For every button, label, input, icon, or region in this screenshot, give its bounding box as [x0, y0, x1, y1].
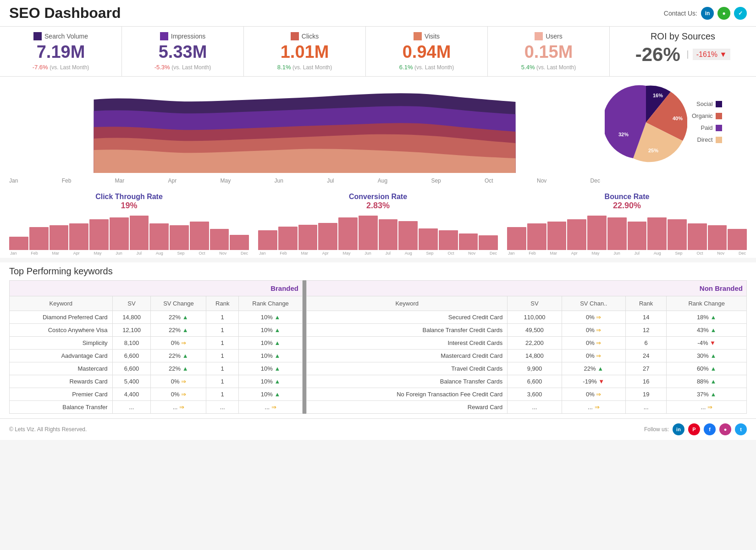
footer-linkedin-icon[interactable]: in: [673, 423, 684, 435]
search-volume-change: -7.6% (vs. Last Month): [9, 64, 112, 71]
bar: [728, 229, 747, 250]
bar: [628, 222, 647, 250]
rates-section: Click Through Rate 19% JanFebMarAprMayJu…: [0, 188, 756, 258]
keyword-cell: Rewards Card: [10, 375, 113, 388]
social-legend-label: Social: [696, 100, 712, 107]
month-mar: Mar: [115, 178, 125, 184]
keyword-cell: Mastercard: [10, 362, 113, 375]
contact-area: Contact Us: in ● ✓: [664, 7, 747, 20]
users-value: 0.15M: [497, 42, 600, 62]
pie-legend: Social Organic Paid Direct: [692, 100, 722, 144]
nb-rank-cell: 6: [626, 337, 667, 350]
rank-change-cell: 10% ▲: [239, 324, 303, 337]
rank-change-cell: 10% ▲: [239, 388, 303, 401]
table-row: Balance Transfer Cards 6,600 -19% ▼ 16 8…: [307, 375, 747, 388]
footer-facebook-icon[interactable]: f: [704, 423, 716, 435]
rank-change-cell: 10% ▲: [239, 362, 303, 375]
nb-sv-change-cell: -19% ▼: [562, 375, 626, 388]
bounce-chart: Bounce Rate 22.90% JanFebMarAprMayJun Ju…: [507, 193, 747, 256]
nb-col-keyword: Keyword: [307, 296, 508, 311]
metric-impressions[interactable]: Impressions 5.33M -5.3% (vs. Last Month): [122, 27, 244, 76]
branded-col-rank: Rank: [206, 296, 239, 311]
users-label: Users: [546, 33, 563, 40]
rank-change-cell: 10% ▲: [239, 350, 303, 362]
copyright: © Lets Viz. All Rights Reserved.: [9, 426, 87, 433]
month-may: May: [221, 178, 231, 184]
bounce-value: 22.90%: [507, 201, 747, 211]
area-chart-section: Jan Feb Mar Apr May Jun Jul Aug Sep Oct …: [9, 81, 600, 186]
keywords-title: Top Performing keywords: [9, 262, 747, 280]
bar: [708, 225, 727, 250]
month-dec: Dec: [590, 178, 600, 184]
conversion-chart: Conversion Rate 2.83% JanFebMarAprMayJun…: [258, 193, 498, 256]
v-icon[interactable]: ✓: [734, 7, 747, 20]
branded-header: Branded: [10, 281, 303, 296]
search-volume-color: [33, 32, 42, 40]
metric-users[interactable]: Users 0.15M 5.4% (vs. Last Month): [488, 27, 609, 76]
branded-col-keyword: Keyword: [10, 296, 113, 311]
branded-col-sv-change: SV Change: [151, 296, 206, 311]
bar: [607, 217, 627, 250]
metric-visits[interactable]: Visits 0.94M 6.1% (vs. Last Month): [366, 27, 488, 76]
google-icon[interactable]: ●: [717, 7, 730, 20]
bar: [527, 223, 546, 250]
footer-instagram-icon[interactable]: ●: [719, 423, 731, 435]
legend-social: Social: [692, 100, 722, 107]
nb-sv-cell: 3,600: [508, 388, 562, 401]
bar: [278, 227, 298, 250]
bar: [668, 219, 687, 250]
branded-table: Branded Keyword SV SV Change Rank Rank C…: [9, 280, 303, 414]
sv-change-cell: 22% ▲: [151, 350, 206, 362]
footer: © Lets Viz. All Rights Reserved. Follow …: [0, 418, 756, 440]
bar: [258, 230, 277, 250]
impressions-label: Impressions: [171, 33, 205, 40]
area-chart: [9, 81, 600, 173]
sv-change-cell: 0% ⇒: [151, 337, 206, 350]
footer-pinterest-icon[interactable]: P: [688, 423, 700, 435]
nb-keyword-cell: Interest Credit Cards: [307, 337, 508, 350]
conversion-month-labels: JanFebMarAprMayJun JulAugSepOctNovDec: [258, 251, 498, 256]
bar: [688, 223, 707, 250]
nb-sv-change-cell: 0% ⇒: [562, 311, 626, 324]
nb-sv-change-cell: 0% ⇒: [562, 350, 626, 362]
sv-change-cell: 0% ⇒: [151, 375, 206, 388]
nb-rank-change-cell: 88% ▲: [667, 375, 747, 388]
svg-text:25%: 25%: [648, 148, 658, 153]
ctr-title: Click Through Rate: [9, 193, 249, 201]
footer-twitter-icon[interactable]: t: [735, 423, 747, 435]
paid-legend-label: Paid: [701, 124, 713, 131]
nb-rank-change-cell: 18% ▲: [667, 311, 747, 324]
table-row: Aadvantage Card 6,600 22% ▲ 1 10% ▲: [10, 350, 303, 362]
rank-change-cell: ... ⇒: [239, 401, 303, 414]
table-divider: [303, 280, 306, 414]
bar: [379, 219, 398, 250]
nb-col-sv: SV: [508, 296, 562, 311]
bar: [507, 227, 526, 250]
impressions-change: -5.3% (vs. Last Month): [131, 64, 234, 71]
metric-search-volume[interactable]: Search Volume 7.19M -7.6% (vs. Last Mont…: [0, 27, 122, 76]
bar: [459, 233, 478, 250]
svg-text:32%: 32%: [618, 132, 629, 137]
keyword-cell: Diamond Preferred Card: [10, 311, 113, 324]
conversion-bars: [258, 213, 498, 250]
table-row: Balance Transfer Credit Cards 49,500 0% …: [307, 324, 747, 337]
metric-clicks[interactable]: Clicks 1.01M 8.1% (vs. Last Month): [244, 27, 366, 76]
nb-rank-change-cell: 30% ▲: [667, 350, 747, 362]
nb-sv-cell: 49,500: [508, 324, 562, 337]
linkedin-icon[interactable]: in: [701, 7, 714, 20]
sv-change-cell: 22% ▲: [151, 324, 206, 337]
users-color: [535, 32, 543, 40]
sv-change-cell: 22% ▲: [151, 311, 206, 324]
nb-rank-cell: 27: [626, 362, 667, 375]
nb-rank-change-cell: -4% ▼: [667, 337, 747, 350]
bar: [359, 216, 378, 250]
direct-legend-color: [716, 137, 722, 143]
impressions-value: 5.33M: [131, 42, 234, 62]
bar: [89, 219, 109, 250]
bar: [318, 223, 337, 250]
bar: [547, 222, 567, 250]
roi-sub-area: -161% ▼: [687, 50, 731, 59]
nb-col-sv-change: SV Chan..: [562, 296, 626, 311]
nb-rank-cell: 24: [626, 350, 667, 362]
month-nov: Nov: [537, 178, 546, 184]
